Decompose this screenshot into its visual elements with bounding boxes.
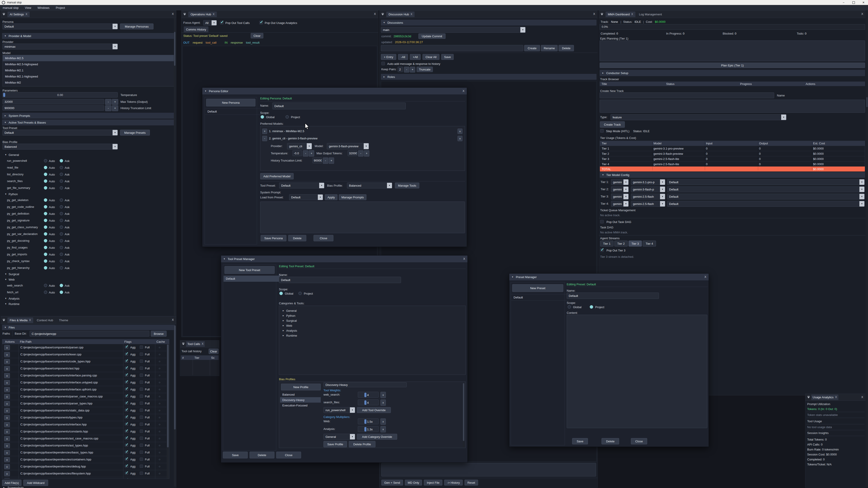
ask-radio[interactable]: [60, 246, 63, 249]
stream-tab-tier-1[interactable]: Tier 1: [600, 240, 614, 247]
model-option-minimax-m2[interactable]: MiniMax-M2: [3, 79, 175, 86]
scope-global-radio[interactable]: [567, 305, 571, 308]
scope-global-radio[interactable]: [279, 292, 283, 295]
remove-file-button[interactable]: x: [4, 401, 10, 406]
remove-file-button[interactable]: x: [4, 366, 10, 371]
max-tokens-minus-button[interactable]: -: [358, 150, 364, 157]
provider-dropdown[interactable]: minimax▼: [2, 43, 118, 50]
add-wildcard-button[interactable]: Add Wildcard: [23, 480, 48, 486]
agg-checkbox[interactable]: ✓: [125, 444, 128, 447]
menu-project[interactable]: Project: [56, 6, 65, 9]
temp-plus-button[interactable]: +: [309, 150, 314, 157]
tab-log-management[interactable]: Log Management: [637, 11, 664, 17]
full-checkbox[interactable]: [140, 401, 143, 405]
discussions-section[interactable]: ▼Discussions: [381, 20, 596, 26]
agg-checkbox[interactable]: ✓: [125, 373, 128, 377]
remove-cat-mult-web-button[interactable]: x: [380, 418, 386, 425]
ask-radio[interactable]: [60, 159, 63, 162]
menu-view[interactable]: View: [25, 6, 31, 9]
remove-file-button[interactable]: x: [4, 352, 10, 357]
full-checkbox[interactable]: [140, 394, 143, 398]
agg-checkbox[interactable]: ✓: [125, 416, 128, 419]
remove-file-button[interactable]: x: [4, 457, 10, 462]
auto-radio[interactable]: [44, 198, 47, 202]
model-option-minimax-m2-5-highspeed[interactable]: MiniMax-M2.5-highspeed: [3, 61, 175, 67]
history-plus-button[interactable]: +: [112, 105, 118, 111]
agg-checkbox[interactable]: ✓: [125, 457, 128, 461]
manage-personas-button[interactable]: Manage Personas: [120, 24, 153, 29]
clear-all-button[interactable]: Clear All: [423, 54, 439, 60]
system-prompt-textarea[interactable]: [260, 201, 465, 233]
roles-section[interactable]: ►Roles: [381, 74, 596, 80]
files-scrollbar[interactable]: [166, 344, 169, 479]
slider-handle[interactable]: [364, 419, 366, 424]
delete-preset-button[interactable]: Delete: [601, 438, 619, 445]
minimize-button[interactable]: –: [839, 0, 848, 5]
pe-tool-preset-dropdown[interactable]: Default▼: [279, 183, 324, 188]
ask-radio[interactable]: [60, 173, 63, 176]
tab-tool-calls[interactable]: Tool CallsX: [186, 341, 205, 347]
full-checkbox[interactable]: [140, 451, 143, 454]
step-mode-checkbox[interactable]: [600, 129, 604, 133]
auto-radio[interactable]: [44, 180, 47, 183]
delete-tool-preset-button[interactable]: Delete: [250, 452, 274, 458]
maximize-button[interactable]: [849, 0, 858, 5]
auto-radio[interactable]: [44, 219, 47, 222]
delete-profile-button[interactable]: Delete Profile: [349, 441, 375, 447]
agg-checkbox[interactable]: ✓: [125, 429, 128, 433]
reset-button[interactable]: Reset: [465, 480, 478, 486]
auto-radio[interactable]: [44, 253, 47, 256]
new-preset-button[interactable]: New Preset: [512, 284, 563, 292]
remove-model-1-button[interactable]: x: [458, 129, 463, 134]
discussion-name-input[interactable]: [381, 45, 523, 51]
max-tokens-input[interactable]: 32000: [2, 99, 104, 104]
scope-project-radio[interactable]: [298, 292, 302, 295]
save-tool-preset-button[interactable]: Save: [223, 452, 248, 458]
load-preset-dropdown[interactable]: Default▼: [289, 194, 323, 200]
agg-checkbox[interactable]: ✓: [125, 394, 128, 398]
scope-project-radio[interactable]: [285, 115, 289, 119]
slider-handle[interactable]: [364, 400, 366, 405]
close-button[interactable]: ✕: [859, 0, 868, 5]
remove-file-button[interactable]: x: [4, 436, 10, 441]
preset-list-item[interactable]: Default: [511, 294, 569, 301]
agg-checkbox[interactable]: ✓: [125, 359, 128, 363]
category-python[interactable]: ►Python: [279, 313, 465, 318]
save-profile-button[interactable]: Save Profile: [323, 441, 347, 447]
update-commit-button[interactable]: Update Commit: [418, 33, 445, 39]
pane-menu-icon[interactable]: [182, 12, 187, 17]
provider-model-section[interactable]: ▼Provider & Model: [2, 33, 175, 39]
profile-name-input[interactable]: Discovery-Heavy: [323, 382, 407, 387]
category-web[interactable]: ►Web: [279, 323, 465, 328]
config-preset-dropdown[interactable]: Default▼: [667, 194, 865, 199]
agg-checkbox[interactable]: ✓: [125, 346, 128, 349]
pm-provider-dropdown[interactable]: gemini_cli▼: [287, 143, 312, 149]
tab-theme[interactable]: Theme: [57, 318, 70, 323]
stream-tab-tier-3[interactable]: Tier 3: [629, 240, 642, 247]
pane-menu-icon[interactable]: [181, 341, 186, 346]
pane-menu-icon[interactable]: [2, 12, 6, 17]
tab-mma-dashboard[interactable]: MMA DashboardX: [606, 11, 636, 17]
close-dialog-button[interactable]: Close: [631, 438, 647, 445]
persona-dropdown[interactable]: Default▼: [2, 24, 118, 29]
keep-pairs-plus-button[interactable]: +: [410, 67, 415, 72]
remove-file-button[interactable]: x: [4, 443, 10, 448]
md-only-button[interactable]: MD Only: [405, 480, 422, 486]
tool-category-python[interactable]: ▼Python: [2, 191, 175, 197]
preset-name-input[interactable]: Default: [567, 293, 659, 299]
ask-radio[interactable]: [60, 205, 63, 208]
track-name-input[interactable]: [600, 92, 774, 98]
active-tool-presets-section[interactable]: ▼Active Tool Presets & Biases: [2, 120, 175, 125]
stream-tab-tier-2[interactable]: Tier 2: [614, 240, 628, 247]
config-provider-dropdown[interactable]: gemini▼: [611, 186, 629, 192]
pop-out-task-dag-checkbox[interactable]: [600, 220, 604, 223]
dialog-close-icon[interactable]: X: [463, 257, 465, 260]
category-surgical[interactable]: ►Surgical: [279, 318, 465, 323]
full-checkbox[interactable]: [140, 352, 143, 356]
tab-close-icon[interactable]: X: [26, 13, 27, 16]
tab-operations-hub[interactable]: Operations HubX: [188, 11, 217, 17]
epic-planning-textarea[interactable]: [600, 40, 865, 61]
model-move-down-button[interactable]: -: [262, 136, 267, 141]
pm-max-tokens-input[interactable]: 32000: [348, 150, 357, 156]
persona-list-item[interactable]: Default: [205, 108, 261, 115]
